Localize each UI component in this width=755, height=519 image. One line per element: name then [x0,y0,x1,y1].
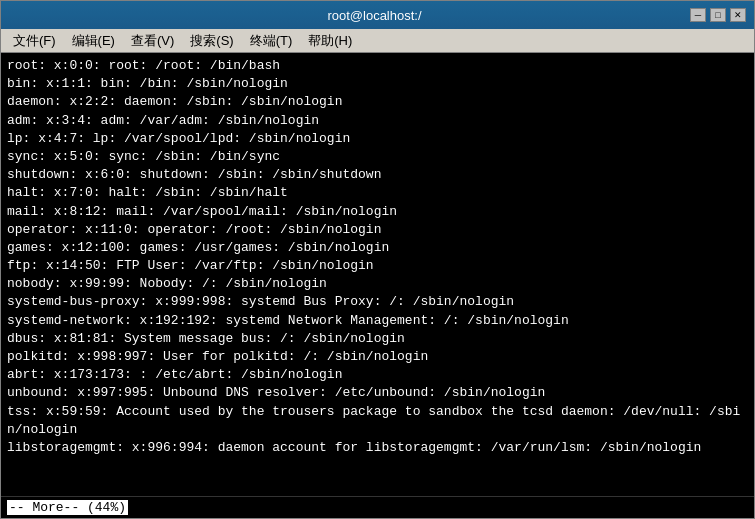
menu-terminal[interactable]: 终端(T) [242,30,301,52]
more-status: -- More-- (44%) [7,500,128,515]
terminal-output[interactable]: root: x:0:0: root: /root: /bin/bash bin:… [1,53,754,496]
close-button[interactable]: ✕ [730,8,746,22]
window-title: root@localhost:/ [59,8,690,23]
terminal-window: root@localhost:/ ─ □ ✕ 文件(F) 编辑(E) 查看(V)… [0,0,755,519]
maximize-button[interactable]: □ [710,8,726,22]
window-controls: ─ □ ✕ [690,8,746,22]
status-bar: -- More-- (44%) [1,496,754,518]
minimize-button[interactable]: ─ [690,8,706,22]
menu-bar: 文件(F) 编辑(E) 查看(V) 搜索(S) 终端(T) 帮助(H) [1,29,754,53]
menu-file[interactable]: 文件(F) [5,30,64,52]
menu-help[interactable]: 帮助(H) [300,30,360,52]
menu-search[interactable]: 搜索(S) [182,30,241,52]
menu-edit[interactable]: 编辑(E) [64,30,123,52]
menu-view[interactable]: 查看(V) [123,30,182,52]
title-bar: root@localhost:/ ─ □ ✕ [1,1,754,29]
